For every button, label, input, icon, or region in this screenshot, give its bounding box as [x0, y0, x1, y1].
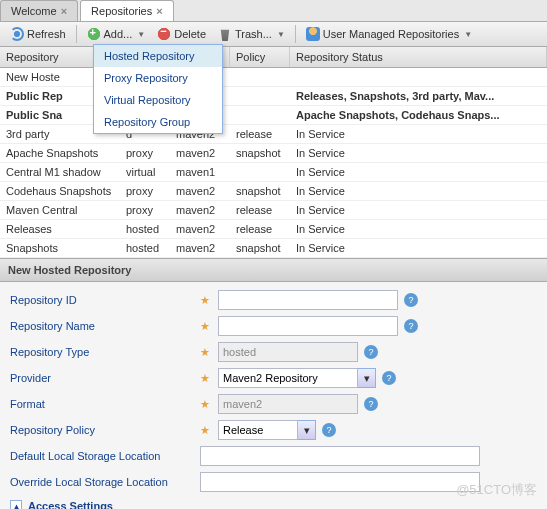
table-row[interactable]: Public Snamaven2Apache Snapshots, Codeha…	[0, 106, 547, 125]
section-new-hosted: New Hosted Repository	[0, 258, 547, 282]
separator	[295, 25, 296, 43]
grid-body: New HostedPublic Repmaven2Releases, Snap…	[0, 68, 547, 258]
delete-icon	[157, 27, 171, 41]
default-loc-input[interactable]	[200, 446, 480, 466]
close-icon[interactable]: ×	[61, 5, 67, 17]
trash-button[interactable]: Trash...▼	[213, 25, 290, 43]
chevron-down-icon: ▼	[137, 30, 145, 39]
format-input	[218, 394, 358, 414]
grid-header: Repository Format Policy Repository Stat…	[0, 47, 547, 68]
table-row[interactable]: New Hosted	[0, 68, 547, 87]
required-icon: ★	[200, 372, 210, 385]
label-policy: Repository Policy	[10, 424, 200, 436]
collapse-icon[interactable]: ▴	[10, 500, 22, 509]
add-button[interactable]: Add...▼	[82, 25, 151, 43]
help-icon[interactable]: ?	[322, 423, 336, 437]
table-row[interactable]: Maven Centralproxymaven2releaseIn Servic…	[0, 201, 547, 220]
repo-type-input	[218, 342, 358, 362]
required-icon: ★	[200, 424, 210, 437]
delete-button[interactable]: Delete	[152, 25, 211, 43]
table-row[interactable]: Snapshotshostedmaven2snapshotIn Service	[0, 239, 547, 258]
tab-repositories[interactable]: Repositories×	[80, 0, 174, 21]
separator	[76, 25, 77, 43]
form-panel: Repository ID★? Repository Name★? Reposi…	[0, 282, 547, 509]
label-format: Format	[10, 398, 200, 410]
required-icon: ★	[200, 346, 210, 359]
menu-proxy-repository[interactable]: Proxy Repository	[94, 67, 222, 89]
trash-icon	[218, 27, 232, 41]
user-managed-button[interactable]: User Managed Repositories▼	[301, 25, 477, 43]
table-row[interactable]: Public Repmaven2Releases, Snapshots, 3rd…	[0, 87, 547, 106]
required-icon: ★	[200, 294, 210, 307]
table-row[interactable]: Releaseshostedmaven2releaseIn Service	[0, 220, 547, 239]
table-row[interactable]: Central M1 shadowvirtualmaven1In Service	[0, 163, 547, 182]
help-icon[interactable]: ?	[404, 319, 418, 333]
label-default-loc: Default Local Storage Location	[10, 450, 200, 462]
help-icon[interactable]: ?	[364, 397, 378, 411]
menu-virtual-repository[interactable]: Virtual Repository	[94, 89, 222, 111]
repo-name-input[interactable]	[218, 316, 398, 336]
help-icon[interactable]: ?	[364, 345, 378, 359]
override-loc-input[interactable]	[200, 472, 480, 492]
access-settings-header: ▴Access Settings	[10, 500, 537, 509]
toolbar: Refresh Add...▼ Delete Trash...▼ User Ma…	[0, 22, 547, 47]
close-icon[interactable]: ×	[156, 5, 162, 17]
required-icon: ★	[200, 398, 210, 411]
provider-select[interactable]	[218, 368, 358, 388]
menu-hosted-repository[interactable]: Hosted Repository	[94, 45, 222, 67]
chevron-down-icon: ▼	[277, 30, 285, 39]
chevron-down-icon[interactable]: ▾	[298, 420, 316, 440]
table-row[interactable]: 3rd partydmaven2releaseIn Service	[0, 125, 547, 144]
chevron-down-icon[interactable]: ▾	[358, 368, 376, 388]
col-status[interactable]: Repository Status	[290, 47, 547, 67]
table-row[interactable]: Apache Snapshotsproxymaven2snapshotIn Se…	[0, 144, 547, 163]
label-repo-id: Repository ID	[10, 294, 200, 306]
label-override-loc: Override Local Storage Location	[10, 476, 200, 488]
repo-id-input[interactable]	[218, 290, 398, 310]
required-icon: ★	[200, 320, 210, 333]
label-repo-name: Repository Name	[10, 320, 200, 332]
add-icon	[87, 27, 101, 41]
table-row[interactable]: Codehaus Snapshotsproxymaven2snapshotIn …	[0, 182, 547, 201]
refresh-icon	[10, 27, 24, 41]
add-dropdown-menu: Hosted Repository Proxy Repository Virtu…	[93, 44, 223, 134]
label-repo-type: Repository Type	[10, 346, 200, 358]
policy-select[interactable]	[218, 420, 298, 440]
label-provider: Provider	[10, 372, 200, 384]
help-icon[interactable]: ?	[404, 293, 418, 307]
menu-repository-group[interactable]: Repository Group	[94, 111, 222, 133]
watermark: @51CTO博客	[456, 481, 537, 499]
col-policy[interactable]: Policy	[230, 47, 290, 67]
refresh-button[interactable]: Refresh	[5, 25, 71, 43]
user-icon	[306, 27, 320, 41]
chevron-down-icon: ▼	[464, 30, 472, 39]
help-icon[interactable]: ?	[382, 371, 396, 385]
tab-bar: Welcome× Repositories×	[0, 0, 547, 22]
tab-welcome[interactable]: Welcome×	[0, 0, 78, 21]
